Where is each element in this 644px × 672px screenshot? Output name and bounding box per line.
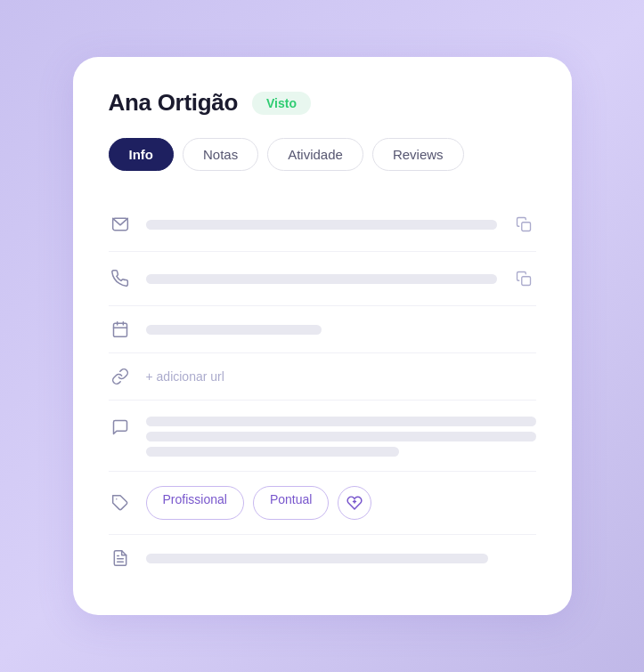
email-skeleton [146, 220, 497, 230]
tab-bar: Info Notas Atividade Reviews [109, 138, 536, 171]
add-url-button[interactable]: + adicionar url [146, 369, 224, 384]
person-name: Ana Ortigão [109, 89, 239, 117]
tags-list: Profissional Pontual [146, 486, 372, 520]
add-tag-button[interactable] [338, 486, 371, 520]
email-row [109, 199, 536, 249]
link-icon [109, 368, 132, 385]
svg-rect-1 [521, 223, 530, 231]
email-icon [109, 215, 132, 233]
document-icon [109, 549, 132, 567]
comment-skeleton-2 [146, 432, 536, 441]
url-row: + adicionar url [109, 355, 536, 398]
svg-rect-3 [113, 323, 126, 336]
calendar-icon [109, 320, 132, 338]
tab-notas[interactable]: Notas [183, 138, 258, 171]
copy-phone-button[interactable] [511, 266, 536, 291]
profile-card: Ana Ortigão Visto Info Notas Atividade R… [73, 57, 572, 615]
phone-field [146, 274, 497, 284]
divider-5 [109, 471, 536, 472]
tag-pontual[interactable]: Pontual [253, 486, 329, 520]
calendar-skeleton [146, 325, 322, 335]
info-section: + adicionar url [109, 199, 536, 579]
email-field [146, 220, 497, 230]
comment-icon [109, 417, 132, 436]
phone-skeleton [146, 274, 497, 284]
comment-skeleton-1 [146, 417, 536, 426]
divider-2 [109, 305, 536, 306]
tags-row: Profissional Pontual [109, 474, 536, 532]
calendar-row [109, 308, 536, 351]
document-skeleton [146, 554, 488, 563]
comment-field [146, 417, 536, 457]
phone-row [109, 254, 536, 304]
tab-reviews[interactable]: Reviews [372, 138, 464, 171]
divider-6 [109, 534, 536, 535]
tab-atividade[interactable]: Atividade [267, 138, 363, 171]
phone-icon [109, 270, 132, 287]
document-row [109, 537, 536, 579]
profile-header: Ana Ortigão Visto [109, 89, 536, 117]
status-badge: Visto [252, 92, 311, 115]
copy-email-button[interactable] [511, 212, 536, 237]
calendar-field [146, 325, 536, 335]
comment-row [109, 402, 536, 469]
tag-profissional[interactable]: Profissional [146, 486, 244, 520]
tag-icon [109, 494, 132, 512]
svg-rect-2 [521, 277, 530, 286]
divider-1 [109, 251, 536, 252]
divider-3 [109, 352, 536, 353]
divider-4 [109, 400, 536, 401]
comment-skeleton-3 [146, 447, 400, 457]
tab-info[interactable]: Info [109, 138, 175, 171]
